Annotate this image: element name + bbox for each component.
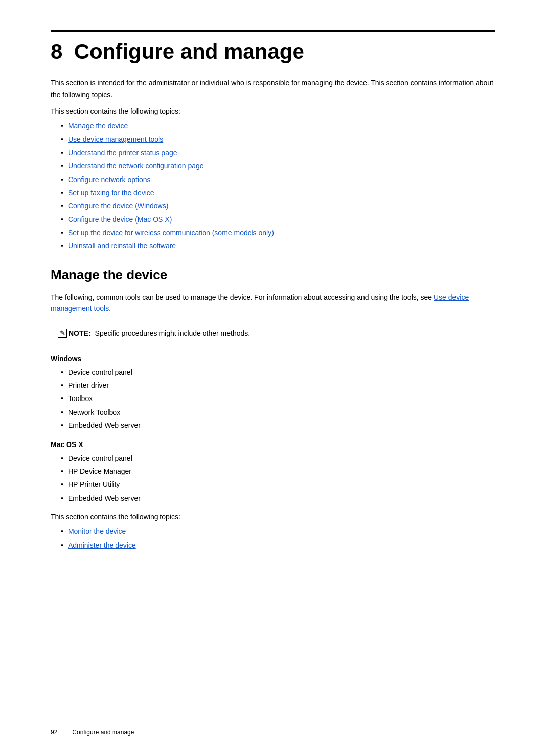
toc-link-faxing[interactable]: Set up faxing for the device: [68, 187, 154, 198]
page-container: 8 Configure and manage This section is i…: [0, 0, 546, 596]
toc-link-macos[interactable]: Configure the device (Mac OS X): [68, 214, 172, 225]
macos-list: Device control panel HP Device Manager H…: [51, 453, 495, 504]
list-item: Uninstall and reinstall the software: [51, 240, 495, 251]
list-item: Embedded Web server: [51, 420, 495, 431]
sub-topics-label: This section contains the following topi…: [51, 513, 495, 521]
administer-link[interactable]: Administer the device: [68, 540, 136, 551]
list-item: Monitor the device: [51, 526, 495, 537]
list-item: Network Toolbox: [51, 407, 495, 418]
windows-label: Windows: [51, 354, 495, 363]
toc-link-uninstall[interactable]: Uninstall and reinstall the software: [68, 240, 176, 251]
list-item: HP Device Manager: [51, 466, 495, 477]
chapter-title: 8 Configure and manage: [51, 40, 495, 63]
list-item: Understand the network configuration pag…: [51, 160, 495, 171]
note-label: ✎ NOTE:: [58, 328, 91, 339]
toc-list: Manage the device Use device management …: [51, 120, 495, 252]
list-item: Toolbox: [51, 393, 495, 404]
macos-label: Mac OS X: [51, 440, 495, 449]
toc-link-wireless[interactable]: Set up the device for wireless communica…: [68, 227, 274, 238]
list-item: Printer driver: [51, 380, 495, 391]
windows-list: Device control panel Printer driver Tool…: [51, 367, 495, 431]
page-footer: 92 Configure and manage: [51, 729, 495, 736]
list-item: Configure the device (Mac OS X): [51, 214, 495, 225]
footer-page-number: 92: [51, 729, 57, 736]
intro-paragraph: This section is intended for the adminis…: [51, 77, 495, 100]
toc-link-network-config[interactable]: Understand the network configuration pag…: [68, 160, 204, 171]
list-item: HP Printer Utility: [51, 479, 495, 490]
manage-section-intro: The following, common tools can be used …: [51, 292, 495, 315]
list-item: Use device management tools: [51, 134, 495, 145]
list-item: Device control panel: [51, 367, 495, 378]
monitor-link[interactable]: Monitor the device: [68, 526, 126, 537]
note-box: ✎ NOTE: Specific procedures might includ…: [51, 323, 495, 344]
toc-link-windows[interactable]: Configure the device (Windows): [68, 200, 168, 211]
toc-link-manage[interactable]: Manage the device: [68, 120, 128, 131]
list-item: Set up faxing for the device: [51, 187, 495, 198]
toc-link-tools[interactable]: Use device management tools: [68, 134, 163, 145]
note-icon: ✎: [58, 329, 67, 338]
note-text: Specific procedures might include other …: [95, 328, 250, 339]
sub-topic-list: Monitor the device Administer the device: [51, 526, 495, 551]
list-item: Understand the printer status page: [51, 147, 495, 158]
list-item: Embedded Web server: [51, 493, 495, 504]
toc-link-network-options[interactable]: Configure network options: [68, 174, 151, 185]
manage-section-title: Manage the device: [51, 267, 495, 284]
list-item: Set up the device for wireless communica…: [51, 227, 495, 238]
list-item: Administer the device: [51, 540, 495, 551]
list-item: Manage the device: [51, 120, 495, 131]
footer-chapter-label: Configure and manage: [72, 729, 134, 736]
toc-link-status[interactable]: Understand the printer status page: [68, 147, 177, 158]
top-border: [51, 30, 495, 32]
list-item: Configure network options: [51, 174, 495, 185]
list-item: Device control panel: [51, 453, 495, 464]
list-item: Configure the device (Windows): [51, 200, 495, 211]
topics-label: This section contains the following topi…: [51, 107, 495, 115]
